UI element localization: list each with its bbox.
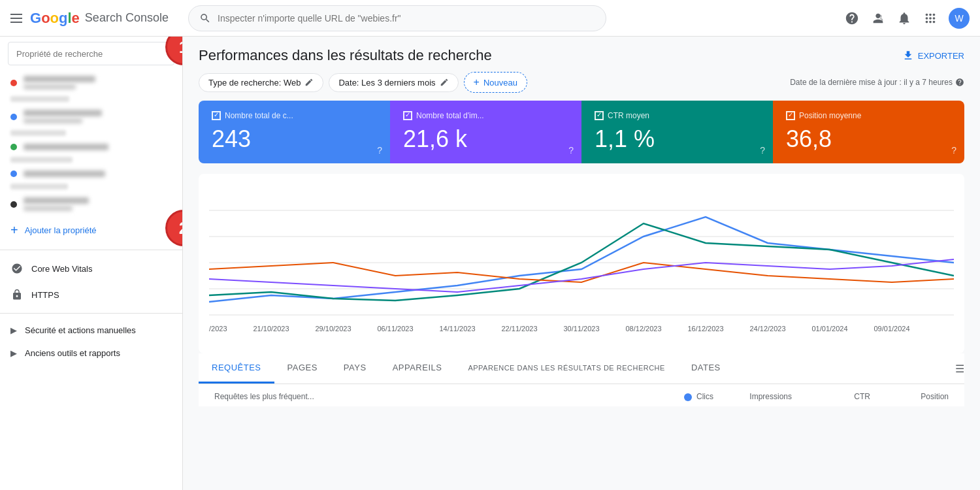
main-content: Performances dans les résultats de reche…	[183, 37, 980, 490]
new-filter-label: Nouveau	[483, 78, 517, 88]
impressions-info-icon[interactable]: ?	[568, 145, 574, 155]
metric-cards: Nombre total de c... 243 ? Nombre total …	[199, 101, 964, 163]
url-search-bar[interactable]	[188, 5, 606, 31]
sidebar-property-2[interactable]	[0, 105, 177, 129]
svg-point-17	[684, 393, 692, 401]
property-search-input[interactable]	[16, 49, 166, 59]
metric-card-position: Position moyenne 36,8 ?	[773, 101, 964, 163]
col-ctr-label: CTR	[792, 392, 870, 401]
col-clicks-label: Clics	[635, 392, 713, 401]
sort-icon[interactable]: ☰	[955, 363, 964, 375]
svg-text:16/12/2023: 16/12/2023	[687, 325, 723, 333]
edit-filter-icon	[304, 78, 314, 87]
sidebar-property-5[interactable]	[0, 192, 177, 216]
impressions-value: 21,6 k	[403, 125, 568, 153]
ctr-label: CTR moyen	[608, 111, 649, 120]
export-button[interactable]: EXPORTER	[902, 50, 964, 61]
tab-pays[interactable]: PAYS	[331, 353, 380, 384]
security-label: Sécurité et actions manuelles	[25, 325, 136, 335]
section-label-4	[0, 182, 182, 192]
add-property-label: Ajouter la propriété	[25, 225, 97, 235]
user-avatar[interactable]: W	[949, 8, 970, 29]
sidebar-nav-security[interactable]: ▶ Sécurité et actions manuelles	[0, 319, 177, 342]
date-filter[interactable]: Date: Les 3 derniers mois	[329, 73, 458, 92]
sidebar-divider-2	[0, 313, 182, 314]
clicks-checkbox[interactable]	[212, 111, 221, 120]
col-queries-label: Requêtes les plus fréquent...	[214, 392, 635, 401]
sidebar-property-3[interactable]	[0, 139, 177, 155]
logo-o-red: o	[41, 10, 50, 26]
sidebar-property-1[interactable]	[0, 71, 177, 95]
svg-text:01/01/2024: 01/01/2024	[811, 325, 847, 333]
search-type-label: Type de recherche: Web	[208, 78, 301, 88]
tab-pages[interactable]: PAGES	[274, 353, 331, 384]
svg-text:13/10/2023: 13/10/2023	[209, 325, 227, 333]
add-icon: +	[10, 223, 18, 238]
chart-svg: 13/10/2023 21/10/2023 29/10/2023 06/11/2…	[209, 184, 954, 341]
help-icon[interactable]	[844, 10, 860, 26]
section-label-2	[0, 129, 182, 139]
col-impressions-label: Impressions	[713, 392, 792, 401]
account-manage-icon[interactable]	[870, 10, 886, 26]
menu-icon[interactable]	[10, 14, 22, 23]
apps-icon[interactable]	[923, 10, 938, 26]
metric-card-impressions: Nombre total d'im... 21,6 k ?	[390, 101, 581, 163]
last-update-help-icon[interactable]	[955, 78, 964, 87]
logo-o-yellow: o	[50, 10, 59, 26]
property-dot-2	[10, 114, 17, 120]
security-expand-icon: ▶	[10, 325, 17, 335]
header-actions: W	[844, 8, 970, 29]
tab-requetes[interactable]: REQUÊTES	[199, 353, 274, 384]
https-label: HTTPS	[31, 290, 59, 300]
search-icon	[199, 12, 211, 24]
property-name-blurred-1	[24, 76, 95, 82]
search-type-filter[interactable]: Type de recherche: Web	[199, 73, 323, 92]
new-filter-button[interactable]: + Nouveau	[464, 72, 527, 93]
app-name-label: Search Console	[85, 11, 169, 25]
clicks-info-icon[interactable]: ?	[377, 145, 382, 155]
sidebar-nav-legacy[interactable]: ▶ Anciens outils et rapports	[0, 342, 177, 365]
svg-text:21/10/2023: 21/10/2023	[253, 325, 289, 333]
ctr-checkbox[interactable]	[595, 111, 604, 120]
property-dot-1	[10, 80, 17, 86]
date-filter-label: Date: Les 3 derniers mois	[338, 78, 435, 88]
tab-apparence[interactable]: APPARENCE DANS LES RÉSULTATS DE RECHERCH…	[455, 355, 678, 383]
impressions-checkbox[interactable]	[403, 111, 412, 120]
svg-text:09/01/2024: 09/01/2024	[874, 325, 909, 333]
main-page-header: Performances dans les résultats de reche…	[183, 37, 980, 72]
main-layout: 1	[0, 37, 980, 490]
legacy-tools-label: Anciens outils et rapports	[25, 348, 120, 358]
ctr-value: 1,1 %	[595, 125, 760, 153]
logo-g-blue: G	[30, 10, 41, 26]
col-position-label: Position	[870, 392, 949, 401]
url-search-input[interactable]	[218, 13, 595, 24]
tab-appareils[interactable]: APPAREILS	[380, 353, 455, 384]
tab-dates[interactable]: DATES	[678, 353, 734, 384]
ctr-info-icon[interactable]: ?	[760, 145, 765, 155]
svg-text:06/11/2023: 06/11/2023	[377, 325, 413, 333]
property-name-blurred-3	[24, 144, 108, 150]
new-filter-plus: +	[474, 76, 480, 88]
svg-text:08/12/2023: 08/12/2023	[625, 325, 661, 333]
clicks-indicator-icon	[684, 393, 692, 401]
position-info-icon[interactable]: ?	[951, 145, 956, 155]
sidebar-property-4[interactable]	[0, 165, 177, 182]
property-url-blurred-5	[24, 206, 73, 211]
position-checkbox[interactable]	[786, 111, 795, 120]
property-search[interactable]	[8, 42, 174, 65]
download-icon	[902, 50, 914, 61]
last-update-info: Date de la dernière mise à jour : il y a…	[790, 78, 964, 87]
logo-e-red: e	[72, 10, 80, 26]
position-value: 36,8	[786, 125, 951, 153]
notifications-icon[interactable]	[896, 10, 912, 26]
position-line	[209, 259, 954, 292]
add-property-button[interactable]: + Ajouter la propriété	[0, 216, 182, 244]
sidebar-nav-https[interactable]: HTTPS	[0, 282, 177, 308]
property-name-blurred-5	[24, 197, 89, 204]
property-url-blurred-2	[24, 118, 82, 123]
filters-row: Type de recherche: Web Date: Les 3 derni…	[183, 72, 980, 101]
core-web-vitals-icon	[10, 262, 24, 275]
sidebar-nav-core-web-vitals[interactable]: Core Web Vitals	[0, 255, 177, 282]
property-name-blurred-2	[24, 110, 102, 116]
svg-text:30/11/2023: 30/11/2023	[563, 325, 599, 333]
